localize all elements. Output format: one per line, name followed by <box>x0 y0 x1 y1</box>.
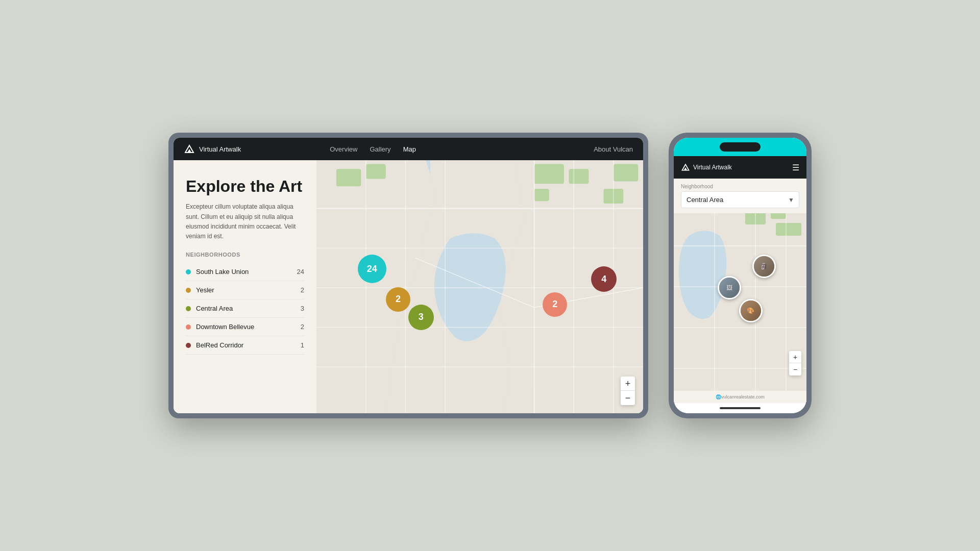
neighborhood-count: 1 <box>301 341 304 349</box>
phone-device: Virtual Artwalk ☰ Neighborhood Central A… <box>669 133 812 418</box>
neighborhood-item[interactable]: South Lake Union 24 <box>186 263 304 281</box>
svg-rect-27 <box>771 213 786 219</box>
neighborhood-count: 2 <box>301 323 304 331</box>
neighborhood-item[interactable]: Yesler 2 <box>186 281 304 299</box>
phone-footer-url: vulcanrealestate.com <box>721 394 765 399</box>
phone-logo: Virtual Artwalk <box>681 163 792 172</box>
neighborhood-name: BelRed Corridor <box>196 341 301 349</box>
svg-rect-4 <box>569 169 589 184</box>
marker-count: 2 <box>552 299 557 310</box>
phone-screen: Virtual Artwalk ☰ Neighborhood Central A… <box>674 138 806 413</box>
sidebar-title: Explore the Art <box>186 177 304 196</box>
phone-brand-name: Virtual Artwalk <box>693 164 732 171</box>
svg-rect-28 <box>776 223 801 236</box>
neighborhood-dot <box>186 269 191 274</box>
marker-count: 24 <box>367 264 377 274</box>
tablet-nav-links: Overview Gallery Map <box>330 145 416 153</box>
svg-rect-8 <box>336 169 361 186</box>
map-zoom-controls: + − <box>621 377 635 405</box>
sidebar-description: Excepteur cillum voluptate aliqua aliqua… <box>186 202 304 241</box>
map-area: 24 2 3 2 4 + <box>316 160 643 413</box>
neighborhood-name: South Lake Union <box>196 268 297 276</box>
neighborhood-item[interactable]: Downtown Bellevue 2 <box>186 318 304 336</box>
neighborhood-select[interactable]: Central Area South Lake Union Yesler Dow… <box>681 191 799 208</box>
neighborhood-dot <box>186 324 191 330</box>
nav-gallery[interactable]: Gallery <box>370 145 390 153</box>
phone-home-bar <box>674 403 806 413</box>
nav-overview[interactable]: Overview <box>330 145 357 153</box>
photo-marker-image-3: 🎨 <box>741 300 761 321</box>
phone-body: Neighborhood Central Area South Lake Uni… <box>674 179 806 403</box>
photo-marker-2[interactable]: 🗿 <box>752 255 776 278</box>
marker-count: 3 <box>419 312 424 322</box>
neighborhood-dot <box>186 288 191 293</box>
marker-yesler[interactable]: 2 <box>386 287 410 312</box>
svg-marker-24 <box>684 167 688 170</box>
neighborhood-count: 24 <box>297 268 304 276</box>
marker-south-lake-union[interactable]: 24 <box>358 255 386 283</box>
tablet-navbar: Virtual Artwalk Overview Gallery Map Abo… <box>174 138 643 160</box>
neighborhood-item[interactable]: Central Area 3 <box>186 299 304 318</box>
tablet-screen: Virtual Artwalk Overview Gallery Map Abo… <box>174 138 643 413</box>
svg-rect-9 <box>366 164 386 179</box>
phone-map-area: 🖼 🗿 🎨 + − <box>674 213 806 391</box>
phone-navbar: Virtual Artwalk ☰ <box>674 156 806 179</box>
photo-marker-image-1: 🖼 <box>719 278 740 298</box>
phone-footer: 🌐 vulcanrealestate.com <box>674 391 806 403</box>
tablet-brand-name: Virtual Artwalk <box>199 145 241 153</box>
neighborhood-dot <box>186 343 191 348</box>
logo-icon <box>184 143 195 155</box>
zoom-out-button[interactable]: − <box>621 391 635 405</box>
neighborhood-name: Yesler <box>196 286 301 294</box>
phone-neighborhood-selector[interactable]: Central Area South Lake Union Yesler Dow… <box>681 191 799 208</box>
home-indicator <box>720 407 761 409</box>
photo-marker-3[interactable]: 🎨 <box>739 299 763 322</box>
tablet-device: Virtual Artwalk Overview Gallery Map Abo… <box>168 133 648 418</box>
sidebar: Explore the Art Excepteur cillum volupta… <box>174 160 316 413</box>
phone-logo-icon <box>681 163 690 172</box>
neighborhood-name: Central Area <box>196 305 301 312</box>
phone-status-bar <box>674 138 806 156</box>
marker-belred[interactable]: 4 <box>591 266 617 292</box>
neighborhood-count: 2 <box>301 286 304 294</box>
marker-count: 2 <box>396 294 401 305</box>
photo-marker-1[interactable]: 🖼 <box>718 276 741 299</box>
tablet-content: Explore the Art Excepteur cillum volupta… <box>174 160 643 413</box>
nav-about[interactable]: About Vulcan <box>594 145 633 153</box>
svg-marker-1 <box>187 149 191 153</box>
phone-zoom-out-button[interactable]: − <box>789 363 801 375</box>
svg-rect-5 <box>614 164 638 182</box>
marker-central-area[interactable]: 3 <box>408 305 434 330</box>
hamburger-menu[interactable]: ☰ <box>792 163 799 172</box>
phone-footer-text: 🌐 <box>716 394 721 399</box>
neighborhood-item[interactable]: BelRed Corridor 1 <box>186 336 304 355</box>
phone-map-background <box>674 213 806 391</box>
marker-count: 4 <box>601 274 606 285</box>
phone-zoom-in-button[interactable]: + <box>789 351 801 363</box>
svg-rect-3 <box>534 164 564 184</box>
tablet-logo: Virtual Artwalk <box>184 143 241 155</box>
neighborhood-count: 3 <box>301 305 304 312</box>
phone-notch <box>720 142 761 152</box>
phone-zoom-controls: + − <box>789 351 801 375</box>
nav-map[interactable]: Map <box>403 145 416 153</box>
scene: Virtual Artwalk Overview Gallery Map Abo… <box>168 133 812 418</box>
neighborhood-name: Downtown Bellevue <box>196 323 301 331</box>
zoom-in-button[interactable]: + <box>621 377 635 391</box>
photo-marker-image-2: 🗿 <box>754 256 774 277</box>
neighborhood-dot <box>186 306 191 311</box>
phone-neighborhood-label: Neighborhood <box>674 179 806 191</box>
svg-rect-6 <box>534 189 549 201</box>
marker-downtown-bellevue[interactable]: 2 <box>543 292 567 317</box>
neighborhoods-label: Neighborhoods <box>186 252 304 258</box>
